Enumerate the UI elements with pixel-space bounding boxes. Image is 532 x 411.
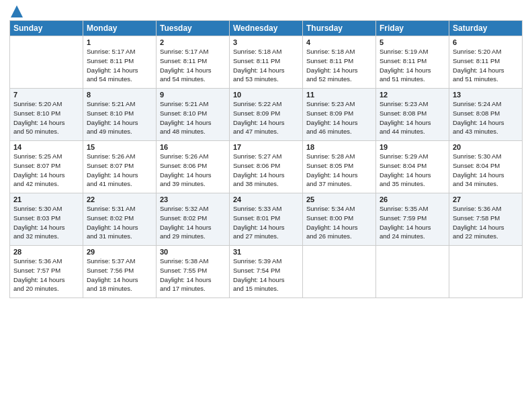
day-number: 23 (160, 195, 226, 203)
day-number: 27 (453, 195, 519, 203)
day-number: 5 (380, 38, 445, 46)
calendar-cell: 23Sunrise: 5:32 AM Sunset: 8:02 PM Dayli… (157, 193, 230, 246)
day-info: Sunrise: 5:25 AM Sunset: 8:07 PM Dayligh… (13, 152, 79, 189)
calendar-cell: 3Sunrise: 5:18 AM Sunset: 8:11 PM Daylig… (230, 36, 303, 89)
day-info: Sunrise: 5:29 AM Sunset: 8:04 PM Dayligh… (380, 152, 445, 189)
calendar-cell (376, 246, 449, 298)
day-number: 15 (87, 143, 152, 151)
day-number: 24 (233, 195, 299, 203)
calendar-cell: 26Sunrise: 5:35 AM Sunset: 7:59 PM Dayli… (376, 193, 449, 246)
day-number: 31 (233, 248, 299, 256)
week-row-4: 21Sunrise: 5:30 AM Sunset: 8:03 PM Dayli… (10, 193, 523, 246)
calendar-cell: 6Sunrise: 5:20 AM Sunset: 8:11 PM Daylig… (449, 36, 523, 89)
logo (9, 7, 23, 17)
calendar-cell: 17Sunrise: 5:27 AM Sunset: 8:06 PM Dayli… (230, 141, 303, 193)
day-number: 11 (306, 91, 372, 99)
day-info: Sunrise: 5:36 AM Sunset: 7:57 PM Dayligh… (13, 257, 79, 293)
day-info: Sunrise: 5:17 AM Sunset: 8:11 PM Dayligh… (87, 47, 152, 84)
weekday-header-tuesday: Tuesday (157, 21, 230, 36)
calendar-cell: 25Sunrise: 5:34 AM Sunset: 8:00 PM Dayli… (303, 193, 376, 246)
day-info: Sunrise: 5:35 AM Sunset: 7:59 PM Dayligh… (380, 204, 445, 241)
weekday-header-row: SundayMondayTuesdayWednesdayThursdayFrid… (10, 21, 523, 36)
day-number: 13 (453, 91, 519, 99)
calendar-table: SundayMondayTuesdayWednesdayThursdayFrid… (9, 20, 523, 298)
day-number: 8 (87, 91, 152, 99)
day-info: Sunrise: 5:30 AM Sunset: 8:03 PM Dayligh… (13, 204, 79, 241)
day-info: Sunrise: 5:20 AM Sunset: 8:11 PM Dayligh… (453, 47, 519, 84)
calendar-cell: 13Sunrise: 5:24 AM Sunset: 8:08 PM Dayli… (449, 89, 523, 141)
week-row-2: 7Sunrise: 5:20 AM Sunset: 8:10 PM Daylig… (10, 89, 523, 141)
calendar-cell (303, 246, 376, 298)
weekday-header-monday: Monday (83, 21, 157, 36)
calendar-cell: 9Sunrise: 5:21 AM Sunset: 8:10 PM Daylig… (157, 89, 230, 141)
calendar-cell: 10Sunrise: 5:22 AM Sunset: 8:09 PM Dayli… (230, 89, 303, 141)
calendar-cell: 14Sunrise: 5:25 AM Sunset: 8:07 PM Dayli… (10, 141, 83, 193)
day-number: 6 (453, 38, 519, 46)
weekday-header-thursday: Thursday (303, 21, 376, 36)
day-info: Sunrise: 5:23 AM Sunset: 8:08 PM Dayligh… (380, 99, 445, 136)
week-row-3: 14Sunrise: 5:25 AM Sunset: 8:07 PM Dayli… (10, 141, 523, 193)
day-number: 29 (87, 248, 152, 256)
day-number: 19 (380, 143, 445, 151)
calendar-cell: 21Sunrise: 5:30 AM Sunset: 8:03 PM Dayli… (10, 193, 83, 246)
calendar-cell: 28Sunrise: 5:36 AM Sunset: 7:57 PM Dayli… (10, 246, 83, 298)
week-row-5: 28Sunrise: 5:36 AM Sunset: 7:57 PM Dayli… (10, 246, 523, 298)
calendar-cell: 11Sunrise: 5:23 AM Sunset: 8:09 PM Dayli… (303, 89, 376, 141)
day-number: 28 (13, 248, 79, 256)
calendar-cell: 5Sunrise: 5:19 AM Sunset: 8:11 PM Daylig… (376, 36, 449, 89)
day-info: Sunrise: 5:20 AM Sunset: 8:10 PM Dayligh… (13, 99, 79, 136)
weekday-header-saturday: Saturday (449, 21, 523, 36)
calendar-container: SundayMondayTuesdayWednesdayThursdayFrid… (0, 0, 532, 305)
calendar-cell: 29Sunrise: 5:37 AM Sunset: 7:56 PM Dayli… (83, 246, 157, 298)
calendar-cell (10, 36, 83, 89)
calendar-cell: 4Sunrise: 5:18 AM Sunset: 8:11 PM Daylig… (303, 36, 376, 89)
day-info: Sunrise: 5:24 AM Sunset: 8:08 PM Dayligh… (453, 99, 519, 136)
logo-icon (11, 5, 23, 17)
day-number: 1 (87, 38, 152, 46)
day-number: 14 (13, 143, 79, 151)
day-number: 2 (160, 38, 226, 46)
week-row-1: 1Sunrise: 5:17 AM Sunset: 8:11 PM Daylig… (10, 36, 523, 89)
header (9, 7, 523, 17)
day-info: Sunrise: 5:17 AM Sunset: 8:11 PM Dayligh… (160, 47, 226, 84)
day-info: Sunrise: 5:38 AM Sunset: 7:55 PM Dayligh… (160, 257, 226, 293)
calendar-cell: 18Sunrise: 5:28 AM Sunset: 8:05 PM Dayli… (303, 141, 376, 193)
calendar-cell: 12Sunrise: 5:23 AM Sunset: 8:08 PM Dayli… (376, 89, 449, 141)
day-info: Sunrise: 5:30 AM Sunset: 8:04 PM Dayligh… (453, 152, 519, 189)
day-info: Sunrise: 5:34 AM Sunset: 8:00 PM Dayligh… (306, 204, 372, 241)
day-number: 16 (160, 143, 226, 151)
day-number: 12 (380, 91, 445, 99)
calendar-cell (449, 246, 523, 298)
svg-marker-0 (11, 5, 23, 17)
day-number: 7 (13, 91, 79, 99)
day-number: 25 (306, 195, 372, 203)
calendar-cell: 2Sunrise: 5:17 AM Sunset: 8:11 PM Daylig… (157, 36, 230, 89)
calendar-cell: 7Sunrise: 5:20 AM Sunset: 8:10 PM Daylig… (10, 89, 83, 141)
day-info: Sunrise: 5:36 AM Sunset: 7:58 PM Dayligh… (453, 204, 519, 241)
day-info: Sunrise: 5:31 AM Sunset: 8:02 PM Dayligh… (87, 204, 152, 241)
calendar-cell: 31Sunrise: 5:39 AM Sunset: 7:54 PM Dayli… (230, 246, 303, 298)
day-info: Sunrise: 5:23 AM Sunset: 8:09 PM Dayligh… (306, 99, 372, 136)
calendar-cell: 1Sunrise: 5:17 AM Sunset: 8:11 PM Daylig… (83, 36, 157, 89)
day-info: Sunrise: 5:32 AM Sunset: 8:02 PM Dayligh… (160, 204, 226, 241)
day-number: 26 (380, 195, 445, 203)
day-number: 20 (453, 143, 519, 151)
day-number: 30 (160, 248, 226, 256)
day-number: 10 (233, 91, 299, 99)
day-info: Sunrise: 5:21 AM Sunset: 8:10 PM Dayligh… (160, 99, 226, 136)
calendar-cell: 22Sunrise: 5:31 AM Sunset: 8:02 PM Dayli… (83, 193, 157, 246)
calendar-cell: 15Sunrise: 5:26 AM Sunset: 8:07 PM Dayli… (83, 141, 157, 193)
weekday-header-wednesday: Wednesday (230, 21, 303, 36)
day-info: Sunrise: 5:22 AM Sunset: 8:09 PM Dayligh… (233, 99, 299, 136)
day-number: 21 (13, 195, 79, 203)
day-number: 22 (87, 195, 152, 203)
calendar-cell: 8Sunrise: 5:21 AM Sunset: 8:10 PM Daylig… (83, 89, 157, 141)
day-info: Sunrise: 5:26 AM Sunset: 8:07 PM Dayligh… (87, 152, 152, 189)
calendar-cell: 16Sunrise: 5:26 AM Sunset: 8:06 PM Dayli… (157, 141, 230, 193)
day-info: Sunrise: 5:19 AM Sunset: 8:11 PM Dayligh… (380, 47, 445, 84)
day-number: 17 (233, 143, 299, 151)
day-number: 3 (233, 38, 299, 46)
day-number: 4 (306, 38, 372, 46)
weekday-header-friday: Friday (376, 21, 449, 36)
day-info: Sunrise: 5:39 AM Sunset: 7:54 PM Dayligh… (233, 257, 299, 293)
